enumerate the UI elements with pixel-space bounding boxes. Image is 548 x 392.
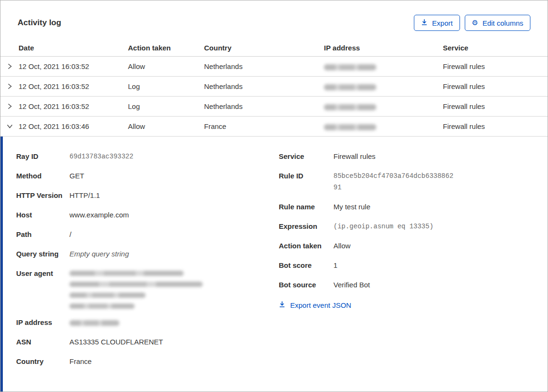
activity-log-panel: Activity log Export ⚙ Edit columns Date … [0,0,548,392]
row-action: Log [128,102,204,110]
event-detail-panel: Ray ID 69d13783ac393322 Method GET HTTP … [0,137,548,392]
ip-address-redacted [69,317,119,328]
query-string-value: Empty query string [69,248,129,260]
event-detail-right-column: Service Firewall rules Rule ID 85bce5b20… [279,151,530,310]
row-action: Allow [128,62,204,70]
user-agent-redacted [69,268,203,309]
column-header-action-taken: Action taken [128,44,204,52]
edit-columns-button-label: Edit columns [482,19,523,27]
row-country: France [204,122,324,130]
topbar: Activity log Export ⚙ Edit columns [0,0,548,32]
row-ip-redacted [324,102,443,110]
detail-field-bot-score: Bot score 1 [279,260,530,271]
download-icon [421,19,428,27]
row-country: Netherlands [204,62,324,70]
row-service: Firewall rules [443,62,548,70]
table-row[interactable]: 12 Oct, 2021 16:03:52 Log Netherlands Fi… [0,97,548,117]
table-row-expanded[interactable]: 12 Oct, 2021 16:03:46 Allow France Firew… [0,117,548,137]
detail-field-query-string: Query string Empty query string [16,248,279,260]
detail-field-action-taken: Action taken Allow [279,240,530,252]
host-value: www.example.com [69,209,129,221]
http-version-value: HTTP/1.1 [69,190,100,201]
detail-field-expression: Expression (ip.geoip.asnum eq 13335) [279,221,530,232]
row-service: Firewall rules [443,82,548,90]
row-date: 12 Oct, 2021 16:03:52 [19,102,128,110]
column-header-ip-address: IP address [324,44,443,52]
row-country: Netherlands [204,82,324,90]
column-header-date: Date [19,44,128,52]
ray-id-value: 69d13783ac393322 [69,151,133,162]
row-ip-redacted [324,82,443,90]
detail-field-ip-address: IP address [16,317,279,328]
row-date: 12 Oct, 2021 16:03:46 [19,122,128,130]
method-value: GET [69,170,84,182]
detail-field-user-agent: User agent [16,268,279,309]
column-header-service: Service [443,44,548,52]
rule-name-value: My test rule [333,201,371,213]
detail-field-http-version: HTTP Version HTTP/1.1 [16,190,279,201]
detail-field-method: Method GET [16,170,279,182]
row-action: Log [128,82,204,90]
service-value: Firewall rules [333,151,375,162]
detail-field-country: Country France [16,356,279,367]
table-header: Date Action taken Country IP address Ser… [0,32,548,57]
chevron-right-icon[interactable] [0,63,19,70]
detail-field-bot-source: Bot source Verified Bot [279,279,530,291]
download-icon [279,301,285,309]
expression-value: (ip.geoip.asnum eq 13335) [333,221,433,232]
detail-field-rule-id: Rule ID 85bce5b204cf4703a764dcb633886291 [279,170,530,193]
export-event-json-link[interactable]: Export event JSON [279,301,351,309]
event-detail-left-column: Ray ID 69d13783ac393322 Method GET HTTP … [16,151,279,375]
page-title: Activity log [18,18,61,28]
export-button-label: Export [432,19,452,27]
row-country: Netherlands [204,102,324,110]
row-date: 12 Oct, 2021 16:03:52 [19,82,128,90]
row-ip-redacted [324,62,443,70]
export-button[interactable]: Export [414,15,460,31]
row-service: Firewall rules [443,102,548,110]
bot-score-value: 1 [333,260,337,271]
asn-value: AS13335 CLOUDFLARENET [69,336,163,348]
chevron-right-icon[interactable] [0,103,19,110]
edit-columns-button[interactable]: ⚙ Edit columns [465,15,530,31]
rule-id-value: 85bce5b204cf4703a764dcb633886291 [333,170,455,193]
export-event-json-label: Export event JSON [290,301,351,309]
detail-field-ray-id: Ray ID 69d13783ac393322 [16,151,279,162]
chevron-right-icon[interactable] [0,83,19,90]
gear-icon: ⚙ [472,20,478,27]
column-header-country: Country [204,44,324,52]
table-row[interactable]: 12 Oct, 2021 16:03:52 Allow Netherlands … [0,57,548,77]
row-date: 12 Oct, 2021 16:03:52 [19,62,128,70]
detail-field-path: Path / [16,229,279,240]
bot-source-value: Verified Bot [333,279,370,291]
detail-field-service: Service Firewall rules [279,151,530,162]
path-value: / [69,229,71,240]
action-taken-value: Allow [333,240,351,252]
detail-field-rule-name: Rule name My test rule [279,201,530,213]
row-ip-redacted [324,122,443,130]
detail-field-asn: ASN AS13335 CLOUDFLARENET [16,336,279,348]
row-action: Allow [128,122,204,130]
row-service: Firewall rules [443,122,548,130]
topbar-actions: Export ⚙ Edit columns [414,15,530,31]
chevron-down-icon[interactable] [0,124,19,129]
detail-field-host: Host www.example.com [16,209,279,221]
country-value: France [69,356,92,367]
table-row[interactable]: 12 Oct, 2021 16:03:52 Log Netherlands Fi… [0,77,548,97]
